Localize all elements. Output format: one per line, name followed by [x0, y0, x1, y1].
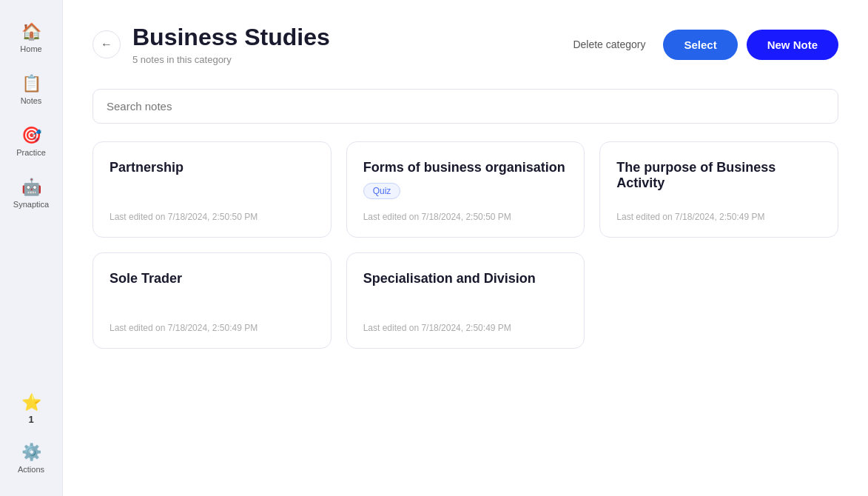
page-header: ← Business Studies 5 notes in this categ…	[92, 24, 838, 65]
page-title: Business Studies	[132, 24, 552, 51]
sidebar-item-label: Practice	[16, 148, 46, 157]
sidebar-item-actions[interactable]: ⚙️ Actions	[0, 434, 62, 483]
page-subtitle: 5 notes in this category	[132, 54, 552, 65]
sidebar-item-notes[interactable]: 📋 Notes	[0, 65, 62, 114]
header-actions: Delete category Select New Note	[564, 30, 838, 60]
notes-icon: 📋	[21, 74, 41, 93]
sidebar: 🏠 Home 📋 Notes 🎯 Practice 🤖 Synaptica ⭐ …	[0, 0, 63, 496]
sidebar-item-label: Synaptica	[13, 200, 49, 209]
note-title: Forms of business organisation	[363, 160, 568, 175]
note-date: Last edited on 7/18/2024, 2:50:50 PM	[363, 212, 568, 222]
back-button[interactable]: ←	[92, 30, 121, 58]
note-title: Specialisation and Division	[363, 271, 568, 286]
note-title: Sole Trader	[110, 271, 314, 286]
back-arrow-icon: ←	[101, 38, 112, 51]
sidebar-item-label: Home	[20, 44, 41, 53]
select-button[interactable]: Select	[663, 30, 737, 60]
note-card[interactable]: Sole Trader Last edited on 7/18/2024, 2:…	[92, 252, 332, 349]
new-note-button[interactable]: New Note	[747, 30, 838, 60]
note-tag: Quiz	[363, 183, 401, 199]
sidebar-bottom: ⭐ 1 ⚙️ Actions	[0, 386, 62, 484]
star-count: 1	[28, 414, 33, 425]
note-card[interactable]: Specialisation and Division Last edited …	[346, 252, 585, 349]
practice-icon: 🎯	[21, 126, 41, 145]
note-card[interactable]: Partnership Last edited on 7/18/2024, 2:…	[92, 141, 332, 238]
gear-icon: ⚙️	[21, 443, 41, 462]
sidebar-item-synaptica[interactable]: 🤖 Synaptica	[0, 169, 62, 218]
sidebar-item-label: Actions	[18, 465, 44, 474]
note-title: Partnership	[110, 160, 314, 175]
sidebar-item-home[interactable]: 🏠 Home	[0, 13, 62, 62]
star-icon: ⭐	[21, 393, 41, 412]
sidebar-item-label: Notes	[21, 96, 42, 105]
home-icon: 🏠	[21, 22, 41, 41]
search-input[interactable]	[92, 89, 838, 124]
star-badge[interactable]: ⭐ 1	[16, 386, 47, 432]
note-date: Last edited on 7/18/2024, 2:50:49 PM	[110, 323, 314, 333]
note-title: The purpose of Business Activity	[616, 160, 821, 191]
note-card[interactable]: The purpose of Business Activity Last ed…	[599, 141, 838, 238]
notes-grid: Partnership Last edited on 7/18/2024, 2:…	[92, 141, 838, 349]
note-card[interactable]: Forms of business organisation Quiz Last…	[346, 141, 585, 238]
note-date: Last edited on 7/18/2024, 2:50:49 PM	[363, 323, 568, 333]
main-content: ← Business Studies 5 notes in this categ…	[63, 0, 868, 496]
sidebar-item-practice[interactable]: 🎯 Practice	[0, 117, 62, 166]
delete-category-button[interactable]: Delete category	[564, 33, 654, 56]
note-date: Last edited on 7/18/2024, 2:50:50 PM	[110, 212, 314, 222]
note-date: Last edited on 7/18/2024, 2:50:49 PM	[616, 212, 821, 222]
synaptica-icon: 🤖	[21, 178, 41, 197]
title-section: Business Studies 5 notes in this categor…	[132, 24, 552, 65]
